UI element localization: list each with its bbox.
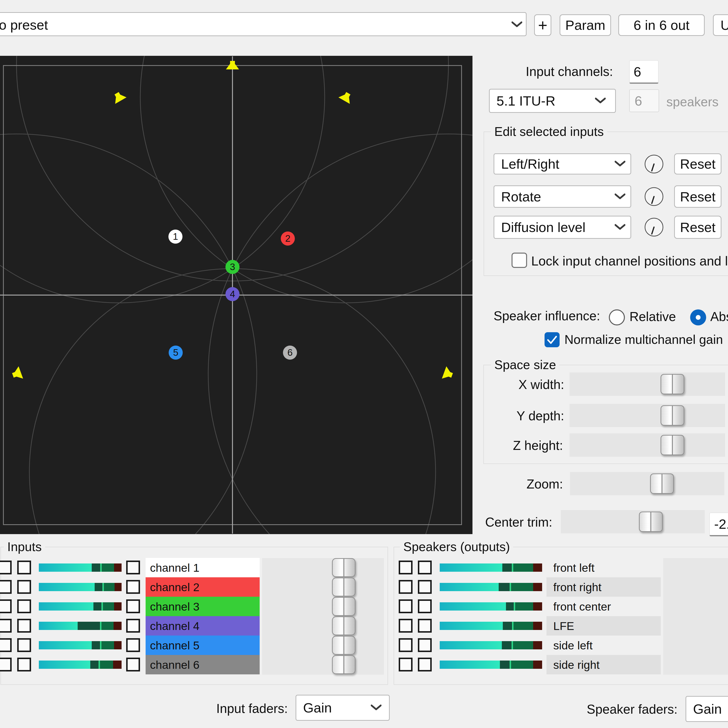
svg-text:6: 6 — [287, 347, 293, 358]
svg-text:5: 5 — [173, 347, 178, 358]
svg-text:4: 4 — [230, 289, 235, 299]
svg-text:3: 3 — [230, 262, 235, 272]
svg-text:2: 2 — [285, 233, 291, 244]
svg-text:1: 1 — [173, 231, 178, 242]
